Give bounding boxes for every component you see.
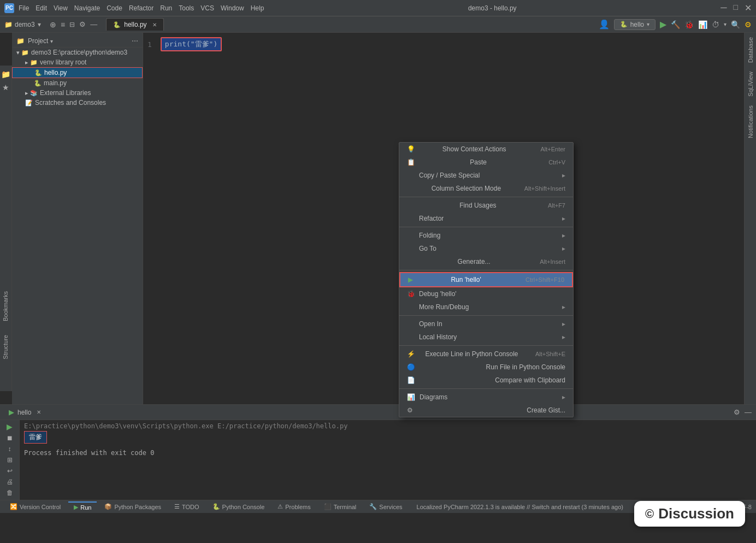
run-status-icon: ▶ — [74, 504, 78, 511]
library-icon: ▸ 📚 — [25, 90, 38, 97]
shortcut-execute: Alt+Shift+E — [535, 351, 565, 357]
menu-run-file-python[interactable]: 🔵 Run File in Python Console — [399, 361, 573, 374]
status-tab-python-console[interactable]: 🐍 Python Console — [207, 502, 270, 511]
debug-button[interactable]: 🐞 — [684, 20, 694, 29]
maximize-button[interactable]: □ — [734, 3, 738, 13]
menu-debug-hello[interactable]: 🐞 Debug 'hello' — [399, 287, 573, 300]
coverage-button[interactable]: 📊 — [698, 20, 707, 29]
shortcut-generate: Alt+Insert — [540, 258, 565, 265]
tree-item-demo3[interactable]: ▾ 📁 demo3 E:\practice\python\demo3 — [12, 48, 143, 57]
run-config-selector[interactable]: 🐍 hello ▾ — [614, 19, 655, 30]
menu-generate[interactable]: Generate... Alt+Insert — [399, 255, 573, 268]
profile-button[interactable]: ⏱ — [712, 20, 719, 29]
tree-item-scratches[interactable]: 📝 Scratches and Consoles — [12, 98, 143, 108]
tree-dropdown[interactable]: ▾ — [50, 38, 53, 44]
tree-item-external-libraries[interactable]: ▸ 📚 External Libraries — [12, 88, 143, 98]
settings-gear-button[interactable]: ⚙ — [745, 20, 752, 29]
tree-options[interactable]: ⋯ — [132, 37, 138, 45]
menu-tools[interactable]: Tools — [179, 4, 194, 12]
menu-edit[interactable]: Edit — [36, 4, 47, 12]
search-everywhere-button[interactable]: 🔍 — [731, 20, 740, 29]
print-icon[interactable]: 🖨 — [7, 478, 13, 486]
menu-help[interactable]: Help — [251, 4, 264, 12]
app-logo: PC — [4, 3, 14, 13]
menu-item-label: Diagrams — [420, 393, 447, 401]
menu-show-context-actions[interactable]: 💡 Show Context Actions Alt+Enter — [399, 143, 573, 156]
minimize-button[interactable]: ─ — [720, 3, 727, 13]
favorites-icon[interactable]: ★ — [2, 83, 9, 92]
status-tab-terminal[interactable]: ⬛ Terminal — [318, 502, 362, 511]
structure-label[interactable]: Structure — [1, 330, 10, 364]
database-label[interactable]: Database — [746, 33, 755, 67]
status-tab-services[interactable]: 🔧 Services — [364, 502, 407, 511]
status-tab-python-packages[interactable]: 📦 Python Packages — [99, 502, 167, 511]
menu-navigate[interactable]: Navigate — [74, 4, 100, 12]
user-icon[interactable]: 👤 — [599, 19, 610, 29]
menu-more-run-debug[interactable]: More Run/Debug ▸ — [399, 300, 573, 314]
console-icon: 🐍 — [212, 503, 220, 510]
menu-open-in[interactable]: Open In ▸ — [399, 317, 573, 330]
menu-execute-line[interactable]: ⚡ Execute Line in Python Console Alt+Shi… — [399, 347, 573, 361]
menu-bar[interactable]: File Edit View Navigate Code Refactor Ru… — [19, 4, 264, 12]
notifications-label[interactable]: Notifications — [746, 101, 755, 143]
structure-icon[interactable]: ≡ — [61, 20, 65, 29]
menu-diagrams[interactable]: 📊 Diagrams ▸ — [399, 391, 573, 404]
run-panel-tab[interactable]: ▶ hello ✕ — [4, 408, 45, 416]
stop-icon[interactable]: ⏹ — [7, 434, 13, 442]
left-strip: 📁 ★ Bookmarks Structure — [0, 66, 12, 391]
menu-go-to[interactable]: Go To ▸ — [399, 242, 573, 255]
run-config-dropdown[interactable]: ▾ — [724, 21, 727, 27]
menu-window[interactable]: Window — [221, 4, 244, 12]
status-tab-version-control[interactable]: 🔀 Version Control — [4, 502, 66, 511]
tree-item-main-py[interactable]: 🐍 main.py — [12, 78, 143, 88]
run-tab-close[interactable]: ✕ — [37, 409, 41, 415]
menu-copy-paste-special[interactable]: Copy / Paste Special ▸ — [399, 169, 573, 182]
run-minimize-icon[interactable]: — — [745, 408, 752, 416]
menu-file[interactable]: File — [19, 4, 29, 12]
menu-code[interactable]: Code — [107, 4, 122, 12]
menu-refactor[interactable]: Refactor — [129, 4, 153, 12]
arrow-icon: ▸ — [562, 320, 565, 328]
menu-vcs[interactable]: VCS — [200, 4, 214, 12]
bookmarks-label[interactable]: Bookmarks — [1, 287, 10, 326]
menu-local-history[interactable]: Local History ▸ — [399, 330, 573, 344]
menu-item-label: Create Gist... — [527, 406, 565, 414]
settings-icon[interactable]: ⚙ — [79, 20, 86, 28]
editor-tab-hello[interactable]: 🐍 hello.py ✕ — [106, 18, 163, 31]
expand-icon[interactable]: ⊞ — [7, 456, 13, 464]
menu-item-label: Compare with Clipboard — [495, 376, 565, 384]
status-tab-run[interactable]: ▶ Run — [68, 501, 97, 512]
project-icon[interactable]: 📁 — [1, 70, 10, 79]
debug-icon: 🐞 — [407, 290, 415, 298]
packages-icon: 📦 — [104, 503, 112, 510]
sqliview-label[interactable]: SqLiView — [746, 67, 755, 101]
window-controls[interactable]: ─ □ ✕ — [720, 3, 752, 13]
scroll-icon[interactable]: ↕ — [8, 445, 11, 453]
run-settings-icon[interactable]: ⚙ — [734, 408, 740, 416]
clear-icon[interactable]: 🗑 — [7, 489, 13, 497]
wrap-icon[interactable]: ↩ — [7, 467, 13, 475]
build-button[interactable]: 🔨 — [671, 20, 680, 29]
collapse-icon[interactable]: ⊟ — [69, 21, 75, 28]
menu-find-usages[interactable]: Find Usages Alt+F7 — [399, 199, 573, 212]
menu-paste[interactable]: 📋 Paste Ctrl+V — [399, 156, 573, 169]
menu-run-hello[interactable]: ▶ Run 'hello' Ctrl+Shift+F10 — [399, 272, 573, 287]
status-tab-todo[interactable]: ☰ TODO — [169, 502, 205, 511]
close-button[interactable]: ✕ — [745, 3, 752, 13]
rerun-icon[interactable]: ▶ — [7, 422, 13, 431]
menu-view[interactable]: View — [54, 4, 68, 12]
menu-create-gist[interactable]: ⚙ Create Gist... — [399, 404, 573, 417]
tree-item-hello-py[interactable]: 🐍 hello.py — [12, 67, 143, 78]
add-icon[interactable]: ⊕ — [50, 20, 56, 29]
hide-icon[interactable]: — — [90, 20, 97, 28]
tree-item-venv[interactable]: ▸ 📁 venv library root — [12, 57, 143, 67]
run-button[interactable]: ▶ — [660, 19, 666, 29]
menu-run[interactable]: Run — [160, 4, 172, 12]
menu-refactor[interactable]: Refactor ▸ — [399, 212, 573, 225]
tab-close-icon[interactable]: ✕ — [152, 22, 157, 28]
menu-folding[interactable]: Folding ▸ — [399, 229, 573, 242]
menu-column-selection[interactable]: Column Selection Mode Alt+Shift+Insert — [399, 182, 573, 195]
code-line-1[interactable]: print("雷爹") — [161, 37, 222, 51]
menu-compare-clipboard[interactable]: 📄 Compare with Clipboard — [399, 374, 573, 387]
status-tab-problems[interactable]: ⚠ Problems — [272, 502, 316, 511]
